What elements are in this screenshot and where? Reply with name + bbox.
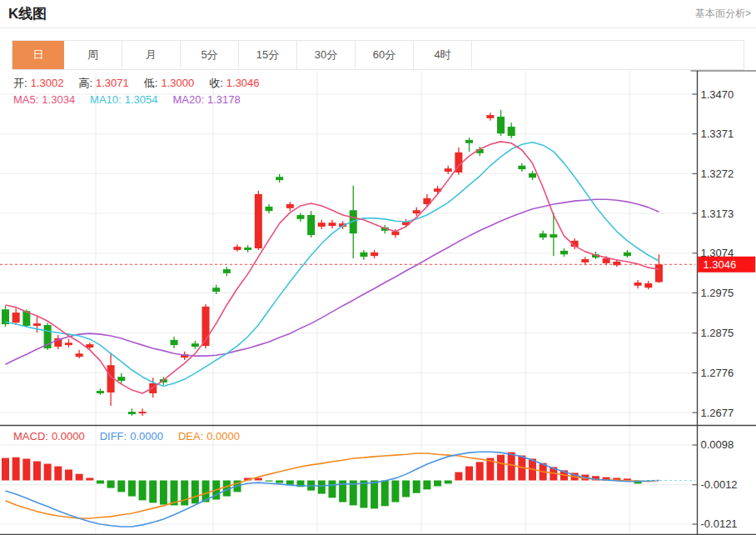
macd-bar (86, 478, 93, 480)
legend-label: 收: (209, 77, 223, 89)
macd-bar (54, 467, 62, 481)
maRow-item: MA5:1.3034 (13, 93, 78, 106)
ma-legend: MA5:1.3034MA10:1.3054MA20:1.3178 (13, 93, 256, 106)
candle (371, 252, 378, 256)
main-ytick-label: 1.3470 (701, 88, 734, 101)
macd-bar (266, 481, 273, 482)
macd-bar (381, 481, 389, 507)
macd-bar (371, 481, 378, 509)
candle (76, 353, 83, 357)
macd-bar (391, 481, 399, 502)
candle (286, 204, 294, 208)
macd-bar (181, 481, 188, 506)
candle (318, 222, 326, 227)
kline-page: K线图 基本面分析> 日周月5分15分30分60分4时 开:1.3002高:1.… (0, 0, 756, 535)
candle (86, 344, 93, 348)
legend-value: 1.3071 (96, 77, 129, 89)
macdRow-item: DEA:0.0000 (178, 430, 243, 442)
current-price-badge-value: 1.3046 (704, 258, 737, 271)
macd-bar (445, 481, 452, 484)
candle (171, 340, 178, 345)
candle (139, 412, 147, 413)
legend-label: DEA: (178, 430, 203, 442)
candle (613, 262, 620, 265)
ma5-line (6, 142, 659, 393)
maRow-item: MA20:1.3178 (172, 93, 243, 106)
legend-label: MA5: (13, 93, 38, 106)
legend-value: 1.3000 (161, 77, 194, 89)
macd-bar (12, 458, 20, 481)
candle (529, 173, 536, 178)
macd-bar (65, 469, 72, 480)
legend-label: MA20: (172, 93, 204, 106)
candle (465, 140, 473, 143)
macd-bar (497, 455, 505, 481)
candle (191, 343, 199, 347)
candle (445, 168, 452, 172)
macd-bar (191, 481, 199, 504)
candle (497, 117, 505, 133)
macd-bar (360, 481, 367, 508)
candle (634, 282, 642, 286)
macd-bar (423, 481, 430, 490)
macdRow-item: MACD:0.0000 (13, 430, 88, 442)
candle (128, 412, 136, 414)
macd-bar (149, 481, 157, 503)
maRow-item: MA10:1.3054 (90, 93, 161, 106)
macd-bar (434, 481, 441, 487)
macd-bar (476, 462, 484, 480)
legend-value: 1.3178 (207, 93, 241, 106)
axis-layer: 1.34701.33711.32721.31731.30741.29751.28… (0, 71, 756, 535)
main-ytick-label: 1.3371 (701, 128, 734, 140)
legend-value: 1.3002 (31, 77, 64, 89)
legend-value: 0.0000 (206, 430, 240, 442)
macd-bar (402, 481, 410, 498)
macd-bar (44, 464, 52, 481)
candle (97, 391, 104, 393)
candle (33, 323, 41, 326)
legend-value: 0.0000 (52, 430, 85, 442)
macd-bar (508, 452, 515, 481)
candle (212, 288, 220, 292)
main-ytick-label: 1.2776 (701, 367, 734, 379)
macd-bar (22, 458, 30, 480)
macd-bar (286, 481, 294, 485)
legend-value: 0.0000 (130, 430, 163, 442)
candle (518, 166, 525, 169)
macd-bar (276, 481, 283, 483)
candle (560, 251, 568, 254)
candle (266, 207, 273, 211)
candle (655, 264, 663, 282)
macd-bar (33, 462, 41, 481)
macd-bar (328, 481, 336, 498)
candle (360, 252, 367, 257)
candle (581, 259, 589, 262)
macd-bar (139, 481, 147, 501)
macd-bar (2, 458, 9, 481)
macd-legend: MACD:0.0000DIFF:0.0000DEA:0.0000 (13, 430, 255, 442)
candle (540, 233, 547, 238)
ohlcRow-item: 开:1.3002 (13, 77, 67, 89)
macd-bar (318, 481, 326, 494)
candle (296, 215, 304, 219)
ohlcRow-item: 高:1.3071 (78, 77, 132, 89)
macd-bar (455, 472, 462, 481)
candle (550, 234, 557, 238)
current-price-badge: 1.3046 (698, 257, 755, 272)
macd-ytick-label: -0.0121 (701, 518, 738, 530)
candle (244, 248, 251, 250)
macd-ytick-label: -0.0012 (701, 478, 738, 491)
candle (276, 177, 283, 180)
macd-bar (107, 481, 115, 488)
candle (12, 312, 20, 322)
macdRow-item: DIFF:0.0000 (100, 430, 167, 442)
macd-ytick-label: 0.0098 (701, 438, 734, 451)
main-ytick-label: 1.3173 (701, 208, 734, 220)
main-ytick-label: 1.2975 (701, 287, 734, 299)
ohlcRow-item: 低:1.3000 (144, 77, 197, 89)
candle (223, 269, 231, 273)
candle (624, 252, 631, 256)
legend-value: 1.3034 (42, 93, 75, 106)
candle (644, 283, 652, 288)
ohlc-legend: 开:1.3002高:1.3071低:1.3000收:1.3046 (13, 76, 275, 91)
